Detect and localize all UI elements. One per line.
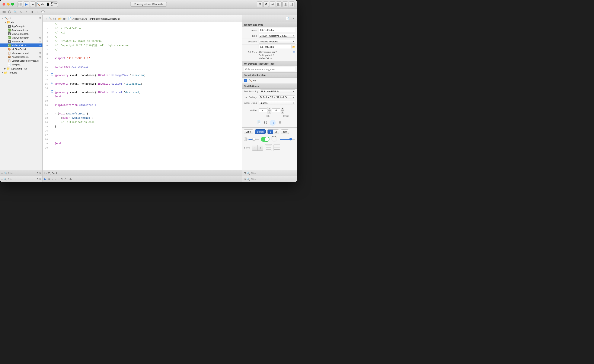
bottom-filter-x[interactable]: ✕: [39, 178, 41, 181]
stop-button[interactable]: ■: [30, 1, 36, 7]
back-forward[interactable]: ⇄: [270, 1, 275, 7]
forward-arrow[interactable]: ›: [46, 17, 47, 20]
breadcrumb-xib2[interactable]: xib: [62, 18, 66, 20]
view-toggle1[interactable]: [276, 1, 282, 7]
bottom-layout-btn[interactable]: ⊡: [61, 178, 62, 181]
location-label: Location: [244, 40, 259, 43]
nav-btn-issues[interactable]: ⚠: [18, 10, 23, 14]
encoding-select[interactable]: Unicode (UTF-8) UTF-16: [260, 90, 295, 93]
indent-width-up[interactable]: ▲: [281, 107, 284, 110]
minimize-button[interactable]: [7, 3, 10, 6]
nav-btn-tests[interactable]: ◇: [24, 10, 29, 14]
insp-braces-icon[interactable]: { }: [263, 120, 268, 124]
name-input[interactable]: [259, 28, 295, 32]
insp-help-btn[interactable]: ?: [290, 16, 295, 21]
tree-item-appdelegate-m[interactable]: m AppDelegate.m: [0, 28, 42, 32]
encoding-row: Text Encoding Unicode (UTF-8) UTF-16: [242, 89, 297, 94]
breadcrumb-file[interactable]: XibTestCell.m: [72, 18, 87, 20]
indent-select[interactable]: Spaces Tabs: [259, 101, 295, 105]
bc-sep-1: ›: [57, 17, 57, 20]
tree-item-xibtestcell-m[interactable]: m XibTestCell.m A: [0, 44, 42, 47]
maximize-button[interactable]: [11, 3, 14, 6]
breadcrumb-impl[interactable]: @implementation XibTestCell: [89, 18, 120, 20]
toggle-widget[interactable]: [261, 136, 270, 142]
tags-input[interactable]: [244, 67, 295, 72]
progress-widget[interactable]: [280, 139, 295, 140]
nav-btn-search[interactable]: 🔍: [13, 10, 18, 14]
tree-item-viewcontroller-m[interactable]: m ViewController.m M: [0, 36, 42, 40]
view-toggle3[interactable]: [289, 1, 294, 7]
close-button[interactable]: [3, 3, 5, 6]
stepper-minus[interactable]: −: [252, 145, 257, 150]
stepper-widget: − +: [252, 145, 263, 151]
widget-label[interactable]: Label: [244, 129, 253, 134]
back-arrow[interactable]: ‹: [44, 17, 46, 20]
widget-seg-1[interactable]: 1: [268, 130, 273, 134]
tree-item-launchscreen[interactable]: 📋 LaunchScreen.storyboard: [0, 59, 42, 63]
location-filename-input[interactable]: [259, 45, 291, 49]
location-file-icon[interactable]: 📂: [292, 46, 295, 48]
bottom-up-btn[interactable]: ↑: [55, 178, 56, 181]
bottom-play-btn[interactable]: ▶: [44, 178, 46, 181]
navigator-toggle[interactable]: [17, 1, 23, 7]
tree-item-viewcontroller-h[interactable]: h ViewController.h: [0, 32, 42, 36]
tab-width-up[interactable]: ▲: [268, 107, 271, 110]
breadcrumb-xib1[interactable]: xib: [53, 18, 56, 20]
target-app-icon: 🔨: [248, 79, 252, 82]
insp-file-btn[interactable]: 📄: [285, 16, 290, 21]
tree-item-xibtestcell-h[interactable]: h XibTestCell.h A: [0, 40, 42, 44]
editor-panel: ‹ › 🔨 xib › 📂 xib › 📄 XibTestCell.m › @i…: [43, 15, 242, 176]
bottom-arrow-btn[interactable]: ↗: [64, 178, 66, 181]
activity-monitor[interactable]: ⊞: [257, 1, 263, 7]
tree-item-appdelegate-h[interactable]: h AppDelegate.h: [0, 24, 42, 28]
table-view-widget[interactable]: [265, 144, 272, 151]
nav-btn-symbols[interactable]: { }: [7, 10, 12, 14]
slider-widget[interactable]: [248, 139, 259, 140]
add-btn[interactable]: +: [1, 178, 3, 181]
nav-btn-reports[interactable]: 💬: [40, 10, 45, 14]
bottom-pause-btn[interactable]: ⏸: [48, 178, 50, 181]
page-control-widget[interactable]: [244, 147, 250, 149]
indent-width-down[interactable]: ▼: [281, 110, 284, 114]
tree-item-xibtestcell-xib[interactable]: 🎨 XibTestCell.xib: [0, 47, 42, 51]
view-toggle2[interactable]: [283, 1, 288, 7]
nav-btn-breakpoints[interactable]: ⇢: [35, 10, 40, 14]
nav-btn-debug[interactable]: ⊡: [29, 10, 34, 14]
bottom-filter-options[interactable]: ⊙: [36, 178, 38, 181]
tree-item-supporting-files[interactable]: ▶ 📁 Supporting Files: [0, 66, 42, 71]
tree-item-xib-root[interactable]: ▼ 🔨 xib M: [0, 16, 42, 20]
refresh-btn[interactable]: ↺: [263, 1, 269, 7]
tab-width-down[interactable]: ▼: [268, 110, 271, 114]
location-select[interactable]: Relative to Group Relative to Build Prod…: [259, 40, 295, 44]
insp-grid-icon[interactable]: ⊞: [277, 120, 282, 124]
tree-item-assets[interactable]: 📦 Assets.xcassets M: [0, 55, 42, 59]
widget-text[interactable]: Text: [281, 129, 289, 134]
play-button[interactable]: ▶: [24, 1, 29, 7]
indent-width-input[interactable]: [272, 109, 280, 112]
widget-button[interactable]: Button: [255, 129, 266, 134]
target-checkbox[interactable]: ✓: [244, 79, 247, 82]
bottom-updown-btn[interactable]: ↕: [58, 178, 59, 181]
table-cell-widget[interactable]: [274, 144, 280, 151]
code-editor[interactable]: 1//2// XibTestCell.m3// xib4//5// Create…: [43, 22, 242, 170]
type-select[interactable]: Default - Objective-C Sou...: [259, 34, 295, 38]
tab-width-input[interactable]: [259, 109, 267, 112]
tree-item-main-storyboard[interactable]: 📋 Main.storyboard M: [0, 51, 42, 55]
widget-seg-2[interactable]: 2: [273, 130, 279, 134]
tree-item-products[interactable]: ▶ 📁 Products: [0, 71, 42, 75]
inspector-grid-icon[interactable]: ⊞: [244, 172, 246, 175]
add-file-button[interactable]: +: [1, 172, 3, 175]
insp-page-icon[interactable]: 📄: [257, 120, 262, 124]
bottom-down-btn[interactable]: ↓: [52, 178, 53, 181]
nav-filter-options[interactable]: ⊙: [36, 172, 38, 175]
insp-circle-icon[interactable]: ⊙: [270, 120, 276, 126]
line-endings-select[interactable]: Default - OS X / Unix (LF): [259, 95, 295, 99]
nav-filter-x[interactable]: ✕: [39, 172, 41, 175]
tree-item-infoplist[interactable]: 📄 Info.plist: [0, 63, 42, 66]
fullpath-navigate-icon[interactable]: ⊕: [293, 51, 295, 54]
scheme-selector[interactable]: 🔨 xib › 📱 iPhone 6s: [36, 1, 58, 7]
insp-grid-btn[interactable]: ⊞: [244, 178, 246, 181]
nav-btn-folders[interactable]: [2, 10, 7, 14]
tree-item-xib-folder[interactable]: ▼ 📂 xib: [0, 20, 42, 24]
stepper-plus[interactable]: +: [257, 145, 263, 150]
